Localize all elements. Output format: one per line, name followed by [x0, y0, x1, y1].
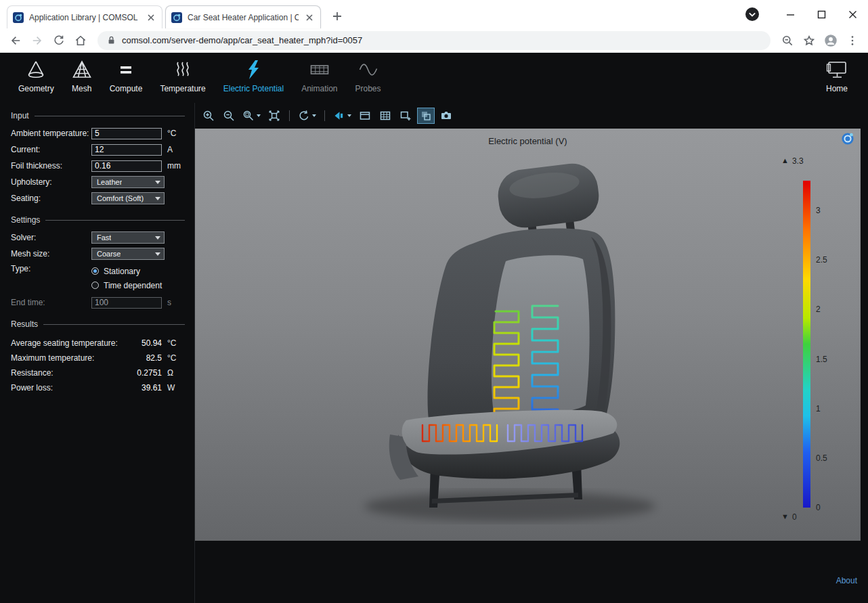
- zoom-extents-button[interactable]: [266, 108, 282, 123]
- ribbon-label: Geometry: [18, 84, 54, 93]
- scene-light-button[interactable]: [332, 108, 353, 123]
- zoom-out-button[interactable]: [221, 108, 237, 123]
- ribbon-mesh-button[interactable]: Mesh: [63, 59, 101, 94]
- ribbon-geometry-button[interactable]: Geometry: [9, 59, 63, 94]
- ribbon-electric-potential-button[interactable]: Electric Potential: [215, 59, 292, 94]
- home-button[interactable]: [70, 30, 91, 51]
- view-panel-button[interactable]: [357, 108, 373, 123]
- bookmark-star-icon[interactable]: [799, 30, 819, 51]
- upholstery-select[interactable]: Leather: [91, 176, 165, 188]
- field-label: Ambient temperature:: [11, 129, 91, 138]
- grid-button[interactable]: [377, 108, 393, 123]
- toolbar-separator: [324, 110, 325, 121]
- field-label: End time:: [11, 298, 91, 307]
- solver-select[interactable]: Fast: [91, 231, 165, 244]
- comsol-favicon: [13, 12, 24, 23]
- radio-stationary[interactable]: Stationary: [91, 264, 162, 278]
- field-label: Mesh size:: [11, 249, 91, 259]
- dropdown-value: Leather: [97, 178, 122, 186]
- ambient-temperature-input[interactable]: [91, 128, 162, 139]
- result-value: 50.94: [125, 338, 162, 348]
- result-value: 82.5: [125, 353, 162, 363]
- ribbon-label: Animation: [301, 84, 337, 93]
- snapshot-button[interactable]: [438, 108, 454, 123]
- browser-update-menu-icon[interactable]: [745, 7, 760, 22]
- tab-close-icon[interactable]: [304, 12, 315, 23]
- result-label: Average seating temperature:: [11, 338, 125, 348]
- forward-button[interactable]: [27, 30, 47, 51]
- chevron-down-icon: [155, 236, 160, 240]
- result-label: Power loss:: [11, 383, 125, 393]
- window-maximize-button[interactable]: [806, 0, 837, 28]
- chevron-down-icon: [347, 114, 351, 117]
- result-row: Power loss: 39.61 W: [11, 380, 185, 395]
- radio-time-dependent[interactable]: Time dependent: [91, 278, 162, 292]
- tab-close-icon[interactable]: [146, 12, 156, 23]
- result-row: Resistance: 0.2751 Ω: [11, 365, 185, 380]
- new-tab-button[interactable]: [328, 7, 347, 26]
- section-title-results: Results: [11, 319, 38, 329]
- zoom-in-button[interactable]: [200, 108, 217, 123]
- seating-select[interactable]: Comfort (Soft): [91, 192, 165, 204]
- back-button[interactable]: [5, 30, 26, 51]
- field-label: Seating:: [11, 194, 91, 203]
- field-label: Solver:: [11, 233, 91, 242]
- current-input[interactable]: [91, 144, 162, 156]
- reset-view-icon: [298, 110, 310, 122]
- radio-unselected-icon: [91, 282, 99, 289]
- field-unit: s: [167, 298, 171, 307]
- ribbon-label: Compute: [110, 84, 143, 93]
- result-label: Resistance:: [11, 368, 125, 378]
- comsol-favicon: [171, 12, 182, 23]
- tab-title: Car Seat Heater Application | CO: [188, 13, 299, 22]
- tab-car-seat-heater[interactable]: Car Seat Heater Application | CO: [165, 5, 321, 28]
- ribbon-home-button[interactable]: Home: [817, 59, 857, 94]
- plot-area[interactable]: Electric potential (V): [195, 129, 861, 541]
- result-unit: Ω: [167, 368, 185, 378]
- zoom-indicator-icon[interactable]: [777, 30, 798, 51]
- browser-menu-icon[interactable]: [842, 30, 863, 51]
- ribbon-animation-button[interactable]: Animation: [292, 59, 346, 94]
- dropdown-value: Coarse: [97, 250, 121, 258]
- axes-button[interactable]: [397, 108, 414, 123]
- dropdown-value: Comfort (Soft): [97, 194, 144, 202]
- ribbon-temperature-button[interactable]: Temperature: [151, 59, 214, 94]
- radio-selected-icon: [91, 267, 99, 275]
- graphics-toolbar: [195, 103, 861, 129]
- chevron-down-icon: [257, 114, 261, 117]
- transparency-button[interactable]: [418, 108, 434, 123]
- geometry-icon: [26, 60, 46, 80]
- tab-application-library[interactable]: Application Library | COMSOL Se: [7, 5, 162, 28]
- window-minimize-button[interactable]: [775, 0, 806, 28]
- browser-toolbar: comsol.com/server-demo/app/car_seat_heat…: [0, 28, 868, 53]
- compute-equals-icon: [116, 60, 136, 80]
- address-bar[interactable]: comsol.com/server-demo/app/car_seat_heat…: [97, 31, 771, 50]
- about-link[interactable]: About: [836, 576, 857, 585]
- toolbar-separator: [289, 110, 290, 121]
- reset-view-button[interactable]: [297, 108, 318, 123]
- field-label: Type:: [11, 264, 91, 273]
- chevron-down-icon: [312, 114, 316, 117]
- profile-avatar[interactable]: [821, 30, 841, 51]
- zoom-box-button[interactable]: [241, 108, 262, 123]
- result-unit: °C: [167, 338, 185, 348]
- zoom-box-icon: [242, 110, 255, 122]
- ribbon-label: Electric Potential: [223, 84, 284, 93]
- window-close-button[interactable]: [837, 0, 868, 28]
- refresh-button[interactable]: [49, 30, 69, 51]
- tab-title: Application Library | COMSOL Se: [29, 13, 140, 22]
- app-ribbon: Geometry Mesh Compute Temperature Electr…: [0, 53, 868, 103]
- foil-thickness-input[interactable]: [91, 160, 162, 172]
- zoom-extents-icon: [268, 110, 280, 122]
- temperature-icon: [173, 60, 193, 80]
- ribbon-probes-button[interactable]: Probes: [347, 59, 390, 94]
- graphics-panel: Electric potential (V): [195, 103, 861, 603]
- animation-icon: [309, 60, 330, 80]
- ribbon-compute-button[interactable]: Compute: [101, 59, 152, 94]
- result-row: Maximum temperature: 82.5 °C: [11, 351, 185, 365]
- field-label: Upholstery:: [11, 177, 91, 187]
- chevron-down-icon: [155, 197, 160, 200]
- mesh-size-select[interactable]: Coarse: [91, 248, 165, 260]
- dropdown-value: Fast: [97, 233, 111, 242]
- grid-plus-icon: [399, 110, 412, 122]
